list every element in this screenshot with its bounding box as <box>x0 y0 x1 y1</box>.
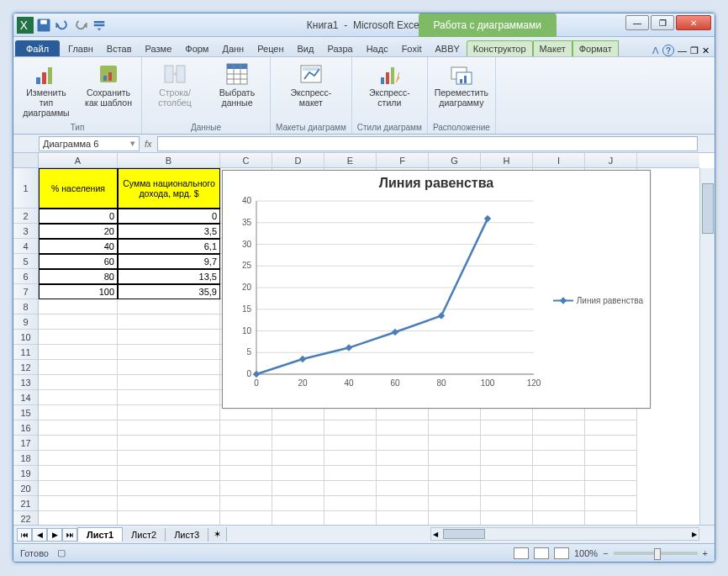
table-cell[interactable]: 0 <box>118 209 220 224</box>
row-header[interactable]: 12 <box>13 360 38 375</box>
tab-nav-next[interactable]: ▶ <box>47 528 62 542</box>
select-all-corner[interactable] <box>13 153 39 168</box>
column-header[interactable]: H <box>481 153 533 167</box>
table-cell[interactable]: 9,7 <box>118 254 220 269</box>
minimize-button[interactable]: — <box>625 15 649 30</box>
view-page-layout-button[interactable] <box>534 547 549 559</box>
table-cell[interactable]: 6,1 <box>118 239 220 254</box>
row-header[interactable]: 3 <box>13 224 38 239</box>
column-header[interactable]: J <box>585 153 637 167</box>
vertical-scrollbar[interactable] <box>699 168 715 525</box>
tab-file[interactable]: Файл <box>15 40 60 56</box>
view-page-break-button[interactable] <box>554 547 569 559</box>
sheet-tab-3[interactable]: Лист3 <box>166 528 208 542</box>
save-as-template-button[interactable]: Сохранить как шаблон <box>81 61 136 108</box>
row-header[interactable]: 14 <box>13 390 38 405</box>
tab-formulas[interactable]: Форм <box>178 40 215 56</box>
quick-styles-button[interactable]: Экспресс-стили <box>361 61 417 108</box>
table-header[interactable]: Сумма национального дохода, мрд. $ <box>118 168 220 209</box>
table-cell[interactable]: 40 <box>39 239 118 254</box>
column-header[interactable]: E <box>324 153 377 167</box>
table-cell[interactable]: 3,5 <box>118 224 220 239</box>
save-icon[interactable] <box>35 17 52 34</box>
tab-layout[interactable]: Разме <box>139 40 179 56</box>
column-header[interactable]: G <box>429 153 481 167</box>
switch-row-col-button[interactable]: Строка/столбец <box>147 61 203 108</box>
close-button[interactable]: ✕ <box>676 15 711 30</box>
new-sheet-button[interactable]: ✶ <box>208 527 227 542</box>
row-header[interactable]: 11 <box>13 345 38 360</box>
chart-legend[interactable]: Линия равенства <box>553 296 643 305</box>
row-header[interactable]: 15 <box>13 405 38 420</box>
tab-nav-last[interactable]: ⏭ <box>62 528 77 542</box>
tab-data[interactable]: Данн <box>215 40 251 56</box>
workbook-restore-icon[interactable]: ❐ <box>690 45 699 56</box>
tab-insert[interactable]: Встав <box>100 40 139 56</box>
fx-icon[interactable]: fx <box>145 139 152 149</box>
table-cell[interactable]: 0 <box>39 209 118 224</box>
move-chart-button[interactable]: Переместить диаграмму <box>434 61 489 108</box>
quick-layout-button[interactable]: Экспресс-макет <box>283 61 339 108</box>
macro-record-icon[interactable]: ▢ <box>57 547 66 558</box>
help-icon[interactable]: ? <box>662 45 674 56</box>
tab-chart-design[interactable]: Конструктор <box>467 40 533 56</box>
row-header[interactable]: 10 <box>13 330 38 345</box>
column-header[interactable]: B <box>118 153 220 167</box>
qat-more-icon[interactable] <box>91 17 108 34</box>
name-box[interactable]: Диаграмма 6▾ <box>39 136 140 151</box>
tab-nav-prev[interactable]: ◀ <box>32 528 47 542</box>
row-header[interactable]: 17 <box>13 436 38 451</box>
column-header[interactable]: I <box>533 153 585 167</box>
table-header[interactable]: % населения <box>39 168 118 209</box>
column-header[interactable]: A <box>39 153 118 167</box>
column-header[interactable]: C <box>220 153 272 167</box>
tab-abbyy[interactable]: ABBY <box>428 40 466 56</box>
row-header[interactable]: 7 <box>13 284 38 299</box>
row-header[interactable]: 13 <box>13 375 38 390</box>
table-cell[interactable]: 60 <box>39 254 118 269</box>
tab-foxit[interactable]: Foxit <box>395 40 429 56</box>
table-cell[interactable]: 100 <box>39 284 118 299</box>
tab-chart-layout[interactable]: Макет <box>533 40 572 56</box>
row-header[interactable]: 18 <box>13 451 38 466</box>
row-header[interactable]: 9 <box>13 314 38 330</box>
undo-icon[interactable] <box>54 17 71 34</box>
sheet-tab-1[interactable]: Лист1 <box>77 527 123 542</box>
zoom-out-button[interactable]: − <box>603 548 608 558</box>
select-data-button[interactable]: Выбрать данные <box>209 61 265 108</box>
tab-review[interactable]: Рецен <box>251 40 290 56</box>
workbook-close-icon[interactable]: ✕ <box>702 45 710 56</box>
table-cell[interactable]: 20 <box>39 224 118 239</box>
row-header[interactable]: 21 <box>13 496 38 511</box>
change-chart-type-button[interactable]: Изменить тип диаграммы <box>18 61 74 118</box>
table-cell[interactable]: 80 <box>39 269 118 284</box>
chart-object[interactable]: Линия равенства 051015202530354002040608… <box>222 170 651 409</box>
chart-title[interactable]: Линия равенства <box>223 171 650 196</box>
row-header[interactable]: 1 <box>13 168 38 209</box>
table-cell[interactable]: 35,9 <box>118 284 220 299</box>
zoom-level[interactable]: 100% <box>574 548 598 558</box>
tab-view[interactable]: Вид <box>291 40 321 56</box>
row-header[interactable]: 20 <box>13 481 38 496</box>
redo-icon[interactable] <box>72 17 89 34</box>
formula-bar[interactable] <box>157 136 698 151</box>
row-header[interactable]: 5 <box>13 254 38 269</box>
column-header[interactable]: F <box>377 153 429 167</box>
row-header[interactable]: 6 <box>13 269 38 284</box>
workbook-minimize-icon[interactable]: — <box>678 45 687 55</box>
tab-home[interactable]: Главн <box>61 40 100 56</box>
table-cell[interactable]: 13,5 <box>118 269 220 284</box>
tab-chart-format[interactable]: Формат <box>572 40 619 56</box>
minimize-ribbon-icon[interactable]: ᐱ <box>652 45 659 56</box>
tab-nav-first[interactable]: ⏮ <box>17 528 32 542</box>
tab-addins[interactable]: Надс <box>360 40 395 56</box>
zoom-in-button[interactable]: + <box>703 548 708 558</box>
row-header[interactable]: 2 <box>13 209 38 224</box>
row-header[interactable]: 8 <box>13 299 38 314</box>
zoom-slider[interactable] <box>614 552 698 555</box>
column-header[interactable]: D <box>272 153 324 167</box>
tab-developer[interactable]: Разра <box>320 40 359 56</box>
sheet-tab-2[interactable]: Лист2 <box>123 528 166 542</box>
row-header[interactable]: 19 <box>13 466 38 481</box>
row-header[interactable]: 4 <box>13 239 38 254</box>
